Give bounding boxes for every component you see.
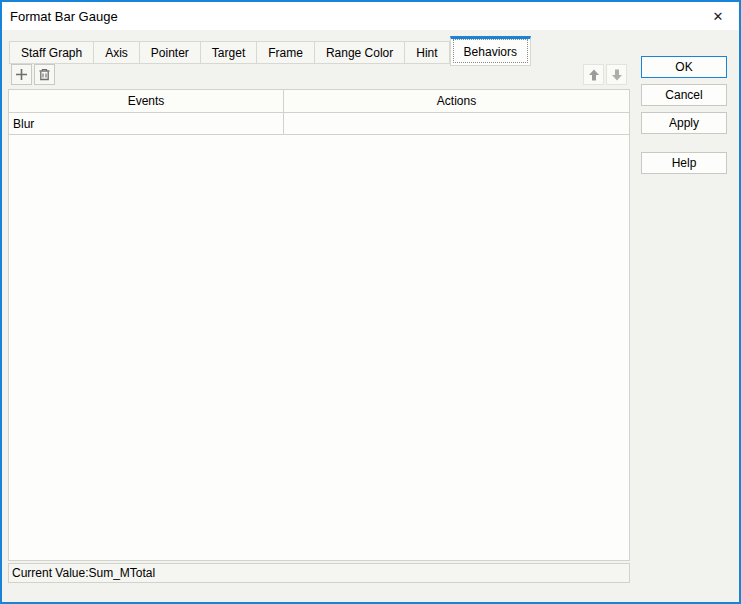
tab-axis[interactable]: Axis: [94, 41, 140, 64]
tab-label: Axis: [105, 46, 128, 60]
table-row[interactable]: Blur: [9, 113, 629, 135]
add-event-button[interactable]: [11, 64, 32, 85]
ok-button[interactable]: OK: [641, 56, 727, 78]
cell-action[interactable]: [284, 113, 629, 134]
tab-pointer[interactable]: Pointer: [140, 41, 201, 64]
window-title: Format Bar Gauge: [2, 9, 118, 24]
cancel-button[interactable]: Cancel: [641, 84, 727, 106]
table-header: Events Actions: [9, 90, 629, 113]
table-empty-area: [9, 135, 629, 560]
delete-event-button[interactable]: [34, 64, 55, 85]
close-button[interactable]: ✕: [697, 2, 739, 30]
tab-behaviors[interactable]: Behaviors: [450, 36, 531, 66]
tab-label: Target: [212, 46, 245, 60]
plus-icon: [15, 68, 28, 81]
help-button[interactable]: Help: [641, 152, 727, 174]
cell-event[interactable]: Blur: [9, 113, 284, 134]
move-down-button[interactable]: [606, 64, 627, 85]
tab-hint[interactable]: Hint: [405, 41, 449, 64]
move-up-button[interactable]: [583, 64, 604, 85]
tab-label: Pointer: [151, 46, 189, 60]
tab-label: Frame: [268, 46, 303, 60]
tab-label: Staff Graph: [21, 46, 82, 60]
apply-button[interactable]: Apply: [641, 112, 727, 134]
close-icon: ✕: [713, 9, 724, 24]
trash-icon: [38, 68, 51, 81]
titlebar: Format Bar Gauge ✕: [2, 2, 739, 30]
tab-range-color[interactable]: Range Color: [315, 41, 405, 64]
events-table: Events Actions Blur: [8, 89, 630, 561]
tab-staff-graph[interactable]: Staff Graph: [9, 41, 94, 64]
column-header-events[interactable]: Events: [9, 90, 284, 112]
up-arrow-icon: [587, 68, 601, 82]
format-bar-gauge-dialog: Format Bar Gauge ✕ Staff Graph Axis Poin…: [0, 0, 741, 604]
down-arrow-icon: [610, 68, 624, 82]
tab-label: Range Color: [326, 46, 393, 60]
tab-target[interactable]: Target: [201, 41, 257, 64]
tab-frame[interactable]: Frame: [257, 41, 315, 64]
column-header-actions[interactable]: Actions: [284, 90, 629, 112]
tab-label: Hint: [416, 46, 437, 60]
tabbar: Staff Graph Axis Pointer Target Frame Ra…: [9, 34, 531, 64]
tab-label: Behaviors: [464, 45, 517, 59]
status-text: Current Value:Sum_MTotal: [12, 566, 155, 580]
status-bar: Current Value:Sum_MTotal: [8, 563, 630, 583]
